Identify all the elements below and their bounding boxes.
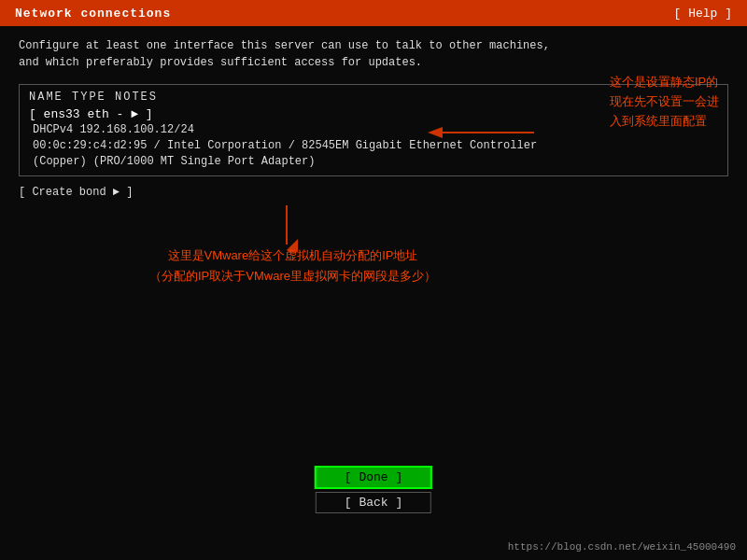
annotation-bottom-line1: 这里是VMware给这个虚拟机自动分配的IP地址 [149,245,436,266]
description-text: Configure at least one interface this se… [19,37,728,71]
main-content: Configure at least one interface this se… [0,26,747,210]
ens33-entry[interactable]: [ ens33 eth - ► ] [29,107,153,121]
watermark: https://blog.csdn.net/weixin_45000490 [508,541,736,553]
annotation-bottom: 这里是VMware给这个虚拟机自动分配的IP地址 （分配的IP取决于VMware… [149,245,436,287]
desc-line2: and which preferably provides sufficient… [19,56,422,69]
create-bond-button[interactable]: [ Create bond ► ] [19,186,728,199]
annotation-right-line1: 这个是设置静态IP的 [610,73,719,92]
window-title: Network connections [15,7,171,21]
annotation-right-line3: 入到系统里面配置 [610,112,719,132]
annotation-right: 这个是设置静态IP的 现在先不设置一会进 入到系统里面配置 [610,73,719,131]
back-button[interactable]: [ Back ] [316,492,431,513]
done-button[interactable]: [ Done ] [315,466,432,489]
annotation-bottom-line2: （分配的IP取决于VMware里虚拟网卡的网段是多少） [149,266,436,287]
arrow-right-icon [422,121,534,144]
bottom-buttons: [ Done ] [ Back ] [315,466,432,513]
annotation-right-line2: 现在先不设置一会进 [610,92,719,112]
title-bar: Network connections [ Help ] [0,0,747,26]
mac-row: 00:0c:29:c4:d2:95 / Intel Corporation / … [33,138,718,170]
desc-line1: Configure at least one interface this se… [19,39,550,52]
help-button[interactable]: [ Help ] [674,7,732,21]
